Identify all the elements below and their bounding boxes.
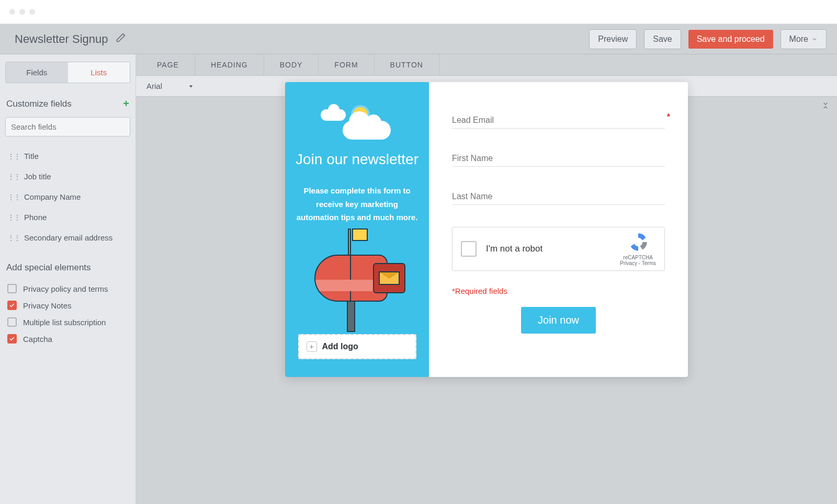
more-button-label: More	[789, 35, 808, 44]
header-bar: Newsletter Signup Preview Save Save and …	[0, 24, 837, 54]
edit-title-icon[interactable]	[116, 32, 126, 45]
recaptcha-brand: reCAPTCHA	[620, 255, 656, 260]
caret-down-icon	[188, 84, 194, 89]
form-field-lastname	[452, 189, 665, 205]
recaptcha-logo-icon	[628, 232, 649, 253]
sidebar: Fields Lists Customize fields + ⋮⋮Title …	[0, 54, 136, 504]
tab-body[interactable]: BODY	[264, 54, 319, 75]
recaptcha-privacy[interactable]: Privacy - Terms	[620, 260, 656, 266]
special-elements-list: Privacy policy and terms Privacy Notes M…	[5, 280, 130, 347]
tab-form[interactable]: FORM	[319, 54, 374, 75]
field-label: Phone	[24, 213, 47, 222]
drag-handle-icon: ⋮⋮	[7, 213, 20, 222]
segmented-control: Fields Lists	[5, 62, 130, 83]
form-field-firstname	[452, 151, 665, 167]
tab-heading[interactable]: HEADING	[195, 54, 264, 75]
canvas: PAGE HEADING BODY FORM BUTTON Arial	[136, 54, 837, 504]
field-list: ⋮⋮Title ⋮⋮Job title ⋮⋮Company Name ⋮⋮Pho…	[5, 146, 130, 248]
special-label: Multiple list subscription	[23, 318, 106, 327]
tab-button[interactable]: BUTTON	[375, 54, 439, 75]
customize-fields-title: Customize fields	[6, 99, 72, 109]
drag-handle-icon: ⋮⋮	[7, 173, 20, 181]
search-fields-input[interactable]	[5, 117, 130, 136]
drag-handle-icon: ⋮⋮	[7, 152, 20, 161]
expand-toolbar-icon[interactable]	[821, 101, 830, 112]
sky-illustration	[321, 103, 394, 145]
window-dot	[19, 9, 25, 15]
last-name-input[interactable]	[452, 189, 665, 205]
field-label: Title	[24, 152, 39, 161]
special-item: Privacy Notes	[5, 297, 130, 314]
seg-fields[interactable]: Fields	[6, 62, 68, 83]
checkbox-privacy-policy[interactable]	[7, 284, 17, 293]
drag-handle-icon: ⋮⋮	[7, 234, 20, 242]
banner-title[interactable]: Join our newsletter	[296, 150, 418, 168]
special-item: Multiple list subscription	[5, 314, 130, 330]
window-dot	[29, 9, 35, 15]
checkbox-captcha[interactable]	[7, 334, 17, 343]
preview-form: * I'm not a robot reCAPTCHA Privacy - Te…	[429, 82, 688, 377]
field-label: Company Name	[24, 192, 81, 201]
required-fields-text: *Required fields	[452, 287, 665, 295]
field-item[interactable]: ⋮⋮Job title	[5, 166, 130, 187]
checkbox-multi-list[interactable]	[7, 317, 17, 327]
field-item[interactable]: ⋮⋮Title	[5, 146, 130, 166]
lead-email-input[interactable]	[452, 112, 665, 129]
form-field-email: *	[452, 112, 665, 129]
save-button[interactable]: Save	[644, 29, 681, 49]
special-label: Captcha	[23, 335, 52, 343]
editor-tabs: PAGE HEADING BODY FORM BUTTON	[136, 54, 837, 76]
window-dot	[9, 9, 15, 15]
recaptcha-label: I'm not a robot	[486, 244, 620, 254]
first-name-input[interactable]	[452, 151, 665, 167]
field-item[interactable]: ⋮⋮Secondary email address	[5, 227, 130, 248]
field-label: Job title	[24, 172, 51, 181]
mailbox-illustration	[305, 239, 410, 333]
recaptcha-checkbox[interactable]	[461, 241, 477, 257]
field-item[interactable]: ⋮⋮Phone	[5, 207, 130, 227]
plus-box-icon: +	[307, 341, 317, 352]
svg-marker-0	[189, 85, 193, 87]
font-family-value: Arial	[146, 82, 162, 90]
required-star-icon: *	[667, 112, 670, 122]
field-label: Secondary email address	[24, 233, 112, 242]
preview-button[interactable]: Preview	[589, 29, 637, 49]
special-elements-title: Add special elements	[6, 262, 130, 273]
drag-handle-icon: ⋮⋮	[7, 193, 20, 201]
preview-banner: Join our newsletter Please complete this…	[285, 82, 429, 377]
more-button[interactable]: More	[781, 29, 827, 49]
field-item[interactable]: ⋮⋮Company Name	[5, 187, 130, 207]
cloud-icon	[343, 121, 391, 140]
special-label: Privacy Notes	[23, 301, 72, 310]
font-family-select[interactable]: Arial	[141, 78, 199, 94]
submit-button[interactable]: Join now	[521, 307, 596, 334]
browser-chrome	[0, 0, 837, 24]
recaptcha-widget: I'm not a robot reCAPTCHA Privacy - Term…	[452, 227, 665, 271]
tab-page[interactable]: PAGE	[141, 54, 195, 75]
chevron-down-icon	[811, 36, 818, 42]
cloud-icon	[321, 109, 346, 121]
special-item: Privacy policy and terms	[5, 280, 130, 297]
save-and-proceed-button[interactable]: Save and proceed	[688, 30, 773, 49]
seg-lists[interactable]: Lists	[68, 62, 130, 83]
add-logo-button[interactable]: + Add logo	[298, 334, 416, 359]
checkbox-privacy-notes[interactable]	[7, 301, 17, 310]
banner-text[interactable]: Please complete this form to receive key…	[296, 184, 418, 224]
special-item: Captcha	[5, 330, 130, 347]
form-preview: Join our newsletter Please complete this…	[285, 82, 688, 377]
add-field-icon[interactable]: +	[123, 98, 129, 110]
special-label: Privacy policy and terms	[23, 284, 108, 293]
page-title: Newsletter Signup	[15, 32, 108, 46]
add-logo-label: Add logo	[322, 342, 358, 351]
